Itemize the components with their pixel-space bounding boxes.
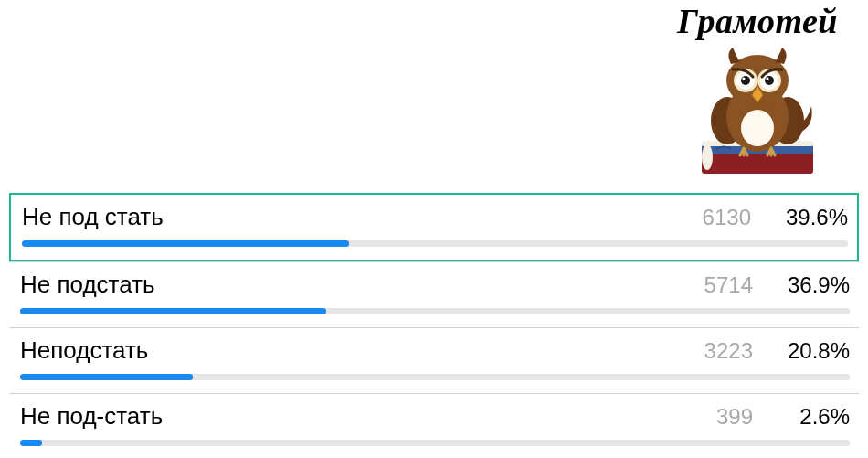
svg-point-13 [741,76,750,85]
poll-option[interactable]: Неподстать 3223 20.8% [9,327,859,393]
option-row: Не под стать 6130 39.6% [22,203,848,231]
poll-option[interactable]: Не подстать 5714 36.9% [9,261,859,327]
brand-title: Грамотей [662,4,853,38]
option-row: Неподстать 3223 20.8% [20,336,850,365]
option-percent: 20.8% [780,338,850,364]
option-votes: 6130 [696,205,751,230]
poll-option[interactable]: Не под стать 6130 39.6% [9,193,859,261]
option-votes: 5714 [698,272,753,298]
option-percent: 39.6% [778,205,848,230]
svg-point-16 [766,77,768,80]
svg-point-14 [765,76,774,85]
progress-track [20,308,850,314]
brand-block: Грамотей [662,4,853,179]
poll-options: Не под стать 6130 39.6% Не подстать 5714… [9,194,859,458]
progress-fill [20,308,326,314]
option-label: Не под стать [22,203,696,231]
option-label: Не подстать [20,271,698,299]
svg-point-3 [702,144,713,170]
poll-option[interactable]: Не под-стать 399 2.6% [9,393,859,458]
progress-track [20,440,850,446]
quiz-result-page: Грамотей [0,0,868,458]
option-row: Не под-стать 399 2.6% [20,402,850,431]
option-percent: 36.9% [780,272,850,298]
progress-fill [20,374,193,380]
option-votes: 3223 [698,338,753,364]
option-votes: 399 [698,404,753,430]
option-row: Не подстать 5714 36.9% [20,271,850,299]
option-label: Неподстать [20,336,698,365]
option-label: Не под-стать [20,402,698,431]
svg-point-15 [742,77,745,80]
progress-track [20,374,850,380]
option-percent: 2.6% [780,404,850,430]
progress-fill [22,240,349,247]
svg-point-7 [741,110,774,146]
progress-fill [20,440,42,446]
owl-on-book-icon [689,42,826,179]
progress-track [22,240,848,247]
